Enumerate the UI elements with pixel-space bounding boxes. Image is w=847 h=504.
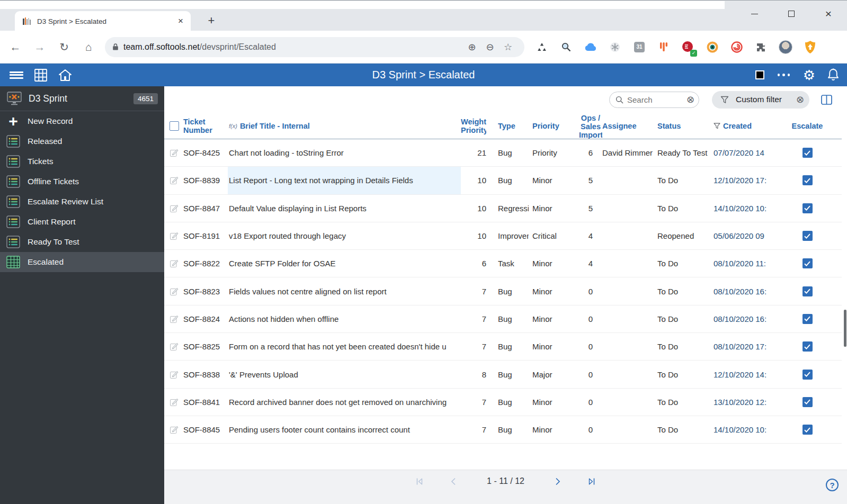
recycle-icon[interactable] (534, 39, 550, 55)
escalate-checkbox[interactable] (803, 370, 813, 380)
cloud-icon[interactable] (583, 39, 599, 55)
last-page-icon[interactable] (587, 477, 596, 486)
column-priority[interactable]: Priority (532, 122, 579, 130)
new-tab-button[interactable]: + (203, 13, 219, 29)
search-box[interactable]: ⊗ (609, 92, 699, 108)
escalate-checkbox[interactable] (803, 175, 813, 185)
edit-record-icon[interactable] (170, 176, 183, 185)
escalate-checkbox[interactable] (803, 286, 813, 296)
window-maximize-button[interactable] (773, 1, 810, 27)
custom-filter-chip[interactable]: Custom filter ⊗ (712, 91, 809, 109)
vertical-scrollbar[interactable] (844, 310, 846, 347)
sidebar-item-released[interactable]: Released (0, 131, 164, 151)
escalate-checkbox[interactable] (803, 231, 813, 241)
table-row[interactable]: SOF-8847 Default Value displaying in Lis… (164, 195, 842, 222)
help-icon[interactable]: ? (826, 479, 839, 491)
table-row[interactable]: SOF-8838 '&' Prevents Upload 8 Bug Major… (164, 361, 842, 388)
ticket-title: Create SFTP Folder for OSAE (228, 250, 461, 277)
zoom-out-icon[interactable]: ⊖ (481, 41, 499, 53)
column-status[interactable]: Status (657, 122, 714, 130)
sidebar-app-header[interactable]: D3 Sprint 4651 (0, 86, 164, 111)
zoom-in-icon[interactable]: ⊕ (463, 41, 481, 53)
sidebar-item-ready-to-test[interactable]: Ready To Test (0, 232, 164, 252)
escalate-checkbox[interactable] (803, 425, 813, 435)
edit-record-icon[interactable] (170, 148, 183, 157)
edit-record-icon[interactable] (170, 398, 183, 407)
sidebar-item-client-report[interactable]: Client Report (0, 212, 164, 232)
tab-close-icon[interactable]: × (176, 16, 185, 26)
sidebar-item-offline-tickets[interactable]: Offline Tickets (0, 172, 164, 192)
browser-tab[interactable]: D3 Sprint > Escalated × (15, 11, 191, 31)
edit-record-icon[interactable] (170, 342, 183, 351)
escalate-checkbox[interactable] (803, 258, 813, 268)
ops-importance-value: 0 (579, 314, 602, 323)
home-icon[interactable]: ⌂ (79, 38, 97, 56)
edit-record-icon[interactable] (170, 259, 183, 268)
sidebar-item-escalated[interactable]: Escalated (0, 252, 164, 272)
edit-record-icon[interactable] (170, 287, 183, 296)
escalate-checkbox[interactable] (803, 148, 813, 158)
square-icon[interactable] (755, 70, 764, 79)
edit-record-icon[interactable] (170, 370, 183, 379)
more-options-icon[interactable] (776, 74, 791, 76)
previous-page-icon[interactable] (449, 477, 458, 486)
profile-avatar[interactable] (778, 39, 793, 55)
escalate-checkbox[interactable] (803, 341, 813, 352)
puzzle-icon[interactable] (753, 39, 769, 55)
assignee-value: David Rimmer (602, 148, 657, 157)
select-all-checkbox[interactable] (170, 121, 179, 131)
back-icon[interactable]: ← (6, 38, 24, 56)
address-bar[interactable]: team.off.softools.net/devsprint/Escalate… (105, 37, 524, 57)
column-assignee[interactable]: Assignee (602, 122, 657, 130)
window-close-button[interactable]: × (810, 1, 847, 27)
reload-icon[interactable]: ↻ (55, 38, 73, 56)
table-row[interactable]: SOF-8839 List Report - Long text not wra… (164, 167, 842, 194)
edit-record-icon[interactable] (170, 231, 183, 240)
window-minimize-button[interactable] (736, 1, 773, 27)
table-row[interactable]: SOF-8823 Fields values not centre aligne… (164, 277, 842, 305)
concentric-eye-icon[interactable] (705, 39, 720, 55)
upgrade-shield-icon[interactable] (802, 39, 818, 55)
search-clear-icon[interactable]: ⊗ (686, 94, 694, 105)
kanban-bars-icon[interactable] (656, 39, 672, 55)
escalate-checkbox[interactable] (803, 203, 813, 213)
edit-record-icon[interactable] (170, 204, 183, 213)
table-row[interactable]: SOF-8825 Form on a record that has not y… (164, 333, 842, 361)
bookmark-star-icon[interactable]: ☆ (499, 41, 517, 53)
calendar-31-icon[interactable]: 31 (631, 39, 647, 55)
column-type[interactable]: Type (498, 122, 529, 130)
table-row[interactable]: SOF-8845 Pending users footer count cont… (164, 416, 842, 444)
escalate-checkbox[interactable] (803, 397, 813, 407)
table-row[interactable]: SOF-8841 Record archived banner does not… (164, 389, 842, 416)
sidebar-item-tickets[interactable]: Tickets (0, 151, 164, 172)
asterisk-icon[interactable] (607, 39, 623, 55)
red-spiral-icon[interactable] (729, 39, 745, 55)
edit-record-icon[interactable] (170, 425, 183, 434)
split-columns-icon[interactable] (821, 95, 832, 105)
sidebar-item-new-record[interactable]: + New Record (0, 111, 164, 131)
forward-icon[interactable]: → (31, 38, 49, 56)
column-created[interactable]: Created (714, 122, 773, 130)
magnifier-extension-icon[interactable] (558, 39, 574, 55)
search-input[interactable] (627, 95, 686, 104)
column-escalate[interactable]: Escalate (773, 122, 842, 130)
filter-clear-icon[interactable]: ⊗ (796, 94, 804, 105)
ticket-number: SOF-8845 (183, 425, 228, 434)
column-ticket-number[interactable]: TicketNumber (183, 118, 228, 134)
bell-icon[interactable] (827, 68, 840, 82)
column-ops-sales-importance[interactable]: Ops /SalesImportance (579, 113, 602, 139)
escalate-checkbox[interactable] (803, 314, 813, 324)
column-weighted-priority[interactable]: WeightedPriority (461, 118, 486, 134)
table-row[interactable]: SOF-8822 Create SFTP Folder for OSAE 6 T… (164, 250, 842, 277)
gear-icon[interactable]: ⚙ (803, 68, 815, 82)
red-shield-check-icon[interactable]: ✓ (680, 39, 696, 55)
table-row[interactable]: SOF-8824 Actions not hidden when offline… (164, 305, 842, 333)
first-page-icon[interactable] (415, 477, 424, 486)
table-row[interactable]: SOF-8191 v18 Export routed through legac… (164, 222, 842, 250)
next-page-icon[interactable] (553, 477, 562, 486)
edit-record-icon[interactable] (170, 314, 183, 323)
sidebar-item-escalate-review-list[interactable]: Escalate Review List (0, 192, 164, 212)
table-row[interactable]: SOF-8425 Chart not loading - toString Er… (164, 139, 842, 167)
type-value: Bug (498, 370, 529, 379)
column-brief-title[interactable]: f(x)Brief Title - Internal (228, 113, 461, 139)
